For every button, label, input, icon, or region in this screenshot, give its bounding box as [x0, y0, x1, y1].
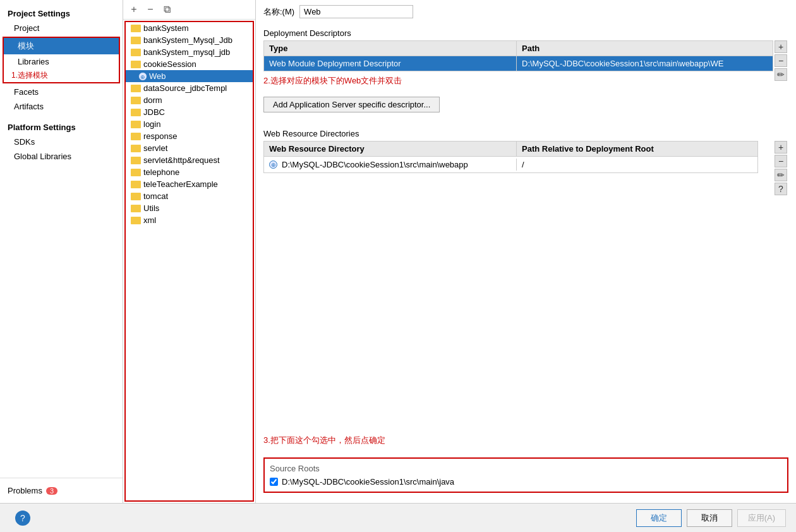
sidebar-item-project[interactable]: Project — [0, 21, 123, 35]
web-res-add-btn[interactable]: + — [775, 141, 787, 154]
col-path-header: Path — [517, 41, 773, 56]
tree-item-label: servlet — [143, 143, 167, 153]
source-roots-checkbox[interactable] — [270, 478, 278, 486]
sidebar-item-artifacts[interactable]: Artifacts — [0, 99, 123, 114]
source-roots-title: Source Roots — [270, 464, 782, 473]
sidebar: Project Settings Project 模块 Libraries 1.… — [0, 0, 123, 503]
content-inner: 名称:(M) Deployment Descriptors Type Path … — [256, 0, 796, 503]
tree-item-label: xml — [143, 215, 156, 225]
web-res-directory: D:\MySQL-JDBC\cookieSession1\src\main\we… — [282, 160, 468, 169]
web-icon: ⊕ — [138, 72, 147, 81]
source-roots-path: D:\MySQL-JDBC\cookieSession1\src\main\ja… — [282, 477, 454, 487]
tree-item-response[interactable]: response — [126, 130, 253, 142]
deployment-descriptors-title: Deployment Descriptors — [263, 28, 788, 38]
tree-item-datasource-jdbctempl[interactable]: dataSource_jdbcTempl — [126, 82, 253, 94]
folder-icon — [131, 49, 141, 56]
tree-item-label: bankSystem_mysql_jdb — [143, 47, 230, 57]
tree-item-web[interactable]: ⊕Web — [126, 70, 253, 82]
tree-item-label: teleTeacherExample — [143, 179, 218, 189]
folder-icon — [131, 157, 141, 164]
tree-item-servlet-http-request[interactable]: servlet&http&request — [126, 154, 253, 166]
web-res-table-row[interactable]: ⊕D:\MySQL-JDBC\cookieSession1\src\main\w… — [264, 157, 757, 172]
tree-item-label: Utils — [143, 203, 159, 213]
problems-label: Problems — [8, 486, 42, 495]
tree-item-label: JDBC — [143, 107, 165, 117]
web-res-col2-header: Path Relative to Deployment Root — [517, 142, 757, 156]
name-label: 名称:(M) — [263, 6, 294, 18]
web-res-col1-header: Web Resource Directory — [264, 142, 517, 156]
deployment-descriptors-table: Type Path Web Module Deployment Descript… — [263, 40, 773, 71]
web-resource-table-outer: Web Resource Directory Path Relative to … — [263, 141, 773, 173]
sidebar-item-libraries[interactable]: Libraries — [4, 54, 119, 69]
deployment-path-cell: D:\MySQL-JDBC\cookieSession1\src\main\we… — [517, 56, 773, 71]
tree-item-cookiesession[interactable]: cookieSession — [126, 58, 253, 70]
tree-item-servlet[interactable]: servlet — [126, 142, 253, 154]
folder-icon — [131, 109, 141, 116]
sidebar-item-facets[interactable]: Facets — [0, 85, 123, 99]
web-resource-section: Web Resource Directories Web Resource Di… — [263, 125, 788, 173]
web-res-table-sidebar: + − ✏ ? — [775, 141, 787, 195]
folder-icon — [131, 181, 141, 188]
web-res-edit-btn[interactable]: ✏ — [775, 169, 787, 181]
folder-icon — [131, 25, 141, 32]
folder-icon — [131, 121, 141, 128]
problems-badge: 3 — [46, 487, 57, 495]
web-resource-title: Web Resource Directories — [263, 129, 788, 138]
apply-button[interactable]: 应用(A) — [737, 509, 786, 527]
tree-item-label: response — [143, 131, 177, 141]
sidebar-item-sdks[interactable]: SDKs — [0, 135, 123, 149]
folder-icon — [131, 145, 141, 152]
cancel-button[interactable]: 取消 — [687, 509, 732, 527]
web-res-header: Web Resource Directory Path Relative to … — [264, 142, 757, 157]
tree-item-label: servlet&http&request — [143, 155, 220, 165]
tree-item-banksystem-mysql-jdb[interactable]: bankSystem_Mysql_Jdb — [126, 34, 253, 46]
folder-icon — [131, 133, 141, 140]
deployment-edit-btn[interactable]: ✏ — [775, 68, 787, 81]
annotation-step2: 2.选择对应的模块下的Web文件并双击 — [263, 75, 788, 87]
tree-item-dorm[interactable]: dorm — [126, 94, 253, 106]
web-res-remove-btn[interactable]: − — [775, 155, 787, 167]
tree-copy-button[interactable]: ⧉ — [160, 3, 174, 16]
tree-item-telephone[interactable]: telephone — [126, 166, 253, 178]
tree-remove-button[interactable]: − — [143, 3, 157, 16]
web-resource-table: Web Resource Directory Path Relative to … — [263, 141, 758, 173]
tree-item-utils[interactable]: Utils — [126, 202, 253, 214]
web-res-help-btn[interactable]: ? — [775, 183, 787, 195]
tree-item-banksystem[interactable]: bankSystem — [126, 22, 253, 34]
tree-item-label: Web — [149, 71, 166, 81]
tree-item-teleteacherexample[interactable]: teleTeacherExample — [126, 178, 253, 190]
tree-add-button[interactable]: + — [127, 3, 141, 16]
tree-item-label: cookieSession — [143, 59, 196, 69]
folder-icon — [131, 193, 141, 200]
name-input[interactable] — [299, 5, 413, 18]
folder-icon — [131, 37, 141, 44]
confirm-button[interactable]: 确定 — [636, 509, 682, 527]
folder-icon — [131, 217, 141, 224]
folder-icon — [131, 85, 141, 92]
deployment-table-header: Type Path — [264, 41, 773, 56]
deployment-add-btn[interactable]: + — [775, 40, 787, 53]
tree-item-tomcat[interactable]: tomcat — [126, 190, 253, 202]
folder-icon — [131, 97, 141, 104]
tree-item-xml[interactable]: xml — [126, 214, 253, 226]
col-type-header: Type — [264, 41, 517, 56]
project-settings-title: Project Settings — [0, 5, 123, 21]
tree-item-jdbc[interactable]: JDBC — [126, 106, 253, 118]
name-row: 名称:(M) — [263, 5, 788, 18]
tree-item-banksystem-mysql-jdb[interactable]: bankSystem_mysql_jdb — [126, 46, 253, 58]
annotation-step3: 3.把下面这个勾选中，然后点确定 — [263, 430, 788, 449]
tree-item-label: dorm — [143, 95, 162, 105]
tree-item-login[interactable]: login — [126, 118, 253, 130]
tree-item-label: bankSystem_Mysql_Jdb — [143, 35, 232, 45]
folder-icon — [131, 61, 141, 68]
deployment-table-row[interactable]: Web Module Deployment DescriptorD:\MySQL… — [264, 56, 773, 71]
web-res-relative-path: / — [517, 159, 757, 171]
add-descriptor-button[interactable]: Add Application Server specific descript… — [263, 97, 440, 112]
deployment-remove-btn[interactable]: − — [775, 54, 787, 67]
problems-row[interactable]: Problems 3 — [0, 483, 123, 498]
help-button[interactable]: ? — [15, 511, 30, 526]
deployment-table-sidebar: + − ✏ — [775, 40, 787, 81]
sidebar-item-global-libraries[interactable]: Global Libraries — [0, 149, 123, 164]
sidebar-item-modules[interactable]: 模块 — [4, 38, 119, 54]
bottom-bar: ? 确定 取消 应用(A) — [0, 503, 796, 532]
